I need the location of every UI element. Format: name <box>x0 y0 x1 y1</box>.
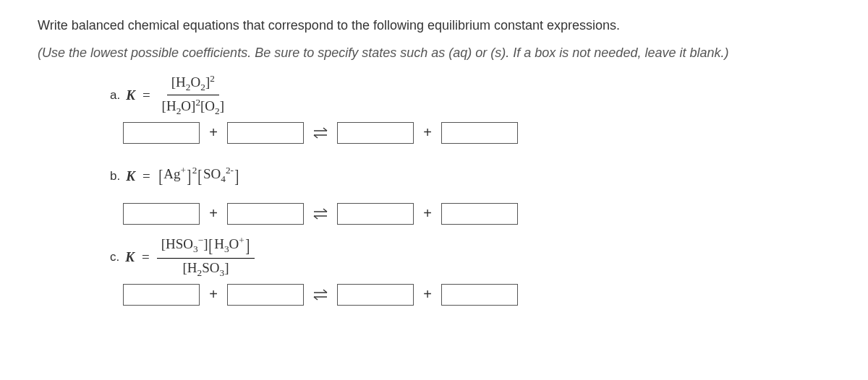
reactant-2-a[interactable] <box>227 122 304 144</box>
equation-row-a: + + <box>123 122 830 144</box>
equation-row-c: + + <box>123 284 830 306</box>
expression-b: b. K = [Ag+]2[SO42-] <box>110 157 830 196</box>
problem-c: c. K = [HSO3−][H3O+] [H2SO3] + <box>110 238 830 306</box>
reactant-1-c[interactable] <box>123 284 200 306</box>
label-a: a. <box>110 88 120 103</box>
product-2-b[interactable] <box>441 203 518 225</box>
label-c: c. <box>110 250 119 264</box>
question-hint: (Use the lowest possible coefficients. B… <box>38 44 830 62</box>
equals-sign: = <box>142 87 150 103</box>
reactant-1-a[interactable] <box>123 122 200 144</box>
reactant-2-b[interactable] <box>227 203 304 225</box>
product-expression-b: [Ag+]2[SO42-] <box>158 165 240 186</box>
equilibrium-arrow-icon <box>312 207 328 221</box>
plus-icon: + <box>208 286 218 303</box>
problem-b: b. K = [Ag+]2[SO42-] + <box>110 157 830 225</box>
k-variable: K <box>126 168 135 184</box>
equals-sign: = <box>142 168 150 184</box>
product-2-c[interactable] <box>441 284 518 306</box>
plus-icon: + <box>208 124 218 141</box>
fraction-c: [HSO3−][H3O+] [H2SO3] <box>157 235 255 279</box>
plus-icon: + <box>422 286 433 303</box>
expression-c: c. K = [HSO3−][H3O+] [H2SO3] <box>110 238 830 277</box>
reactant-2-c[interactable] <box>227 284 304 306</box>
product-1-b[interactable] <box>337 203 414 225</box>
reactant-1-b[interactable] <box>123 203 200 225</box>
plus-icon: + <box>422 205 433 222</box>
problem-a: a. K = [H2O2]2 [H2O]2[O2] + <box>110 76 830 144</box>
label-b: b. <box>110 169 120 183</box>
question-intro: Write balanced chemical equations that c… <box>38 17 830 34</box>
equilibrium-arrow-icon <box>312 288 328 302</box>
product-1-a[interactable] <box>337 122 414 144</box>
equilibrium-arrow-icon <box>312 126 328 140</box>
expression-a: a. K = [H2O2]2 [H2O]2[O2] <box>110 76 830 115</box>
equation-row-b: + + <box>123 203 830 225</box>
k-variable: K <box>126 87 135 103</box>
product-2-a[interactable] <box>441 122 518 144</box>
plus-icon: + <box>208 205 218 222</box>
fraction-a: [H2O2]2 [H2O]2[O2] <box>158 73 229 117</box>
plus-icon: + <box>422 124 433 141</box>
k-variable: K <box>125 249 135 265</box>
product-1-c[interactable] <box>337 284 414 306</box>
equals-sign: = <box>142 249 150 265</box>
